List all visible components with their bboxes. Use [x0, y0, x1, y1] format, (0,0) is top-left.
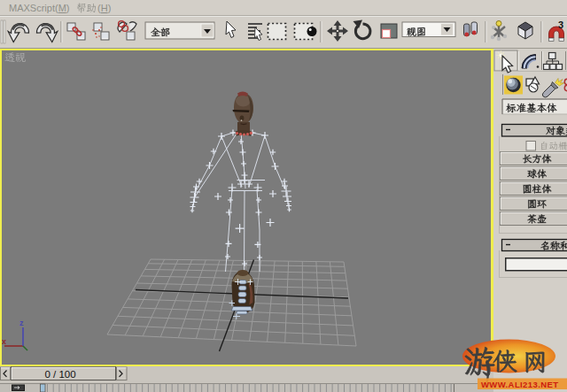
- svg-text:3: 3: [558, 19, 563, 30]
- svg-text:z: z: [19, 319, 24, 327]
- svg-text:0 / 100: 0 / 100: [44, 369, 75, 380]
- svg-text:(H): (H): [97, 3, 111, 13]
- svg-text:WWW.ALI213.NET: WWW.ALI213.NET: [481, 380, 558, 389]
- svg-text:x: x: [2, 337, 6, 346]
